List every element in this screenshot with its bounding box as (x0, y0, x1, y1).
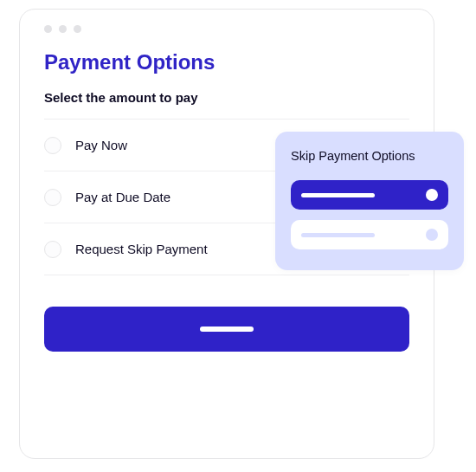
toggle-dot-icon (426, 229, 438, 241)
option-label: Pay Now (75, 138, 127, 152)
radio-icon[interactable] (44, 137, 61, 154)
dot-icon (74, 25, 81, 33)
dot-icon (44, 25, 52, 33)
option-label: Pay at Due Date (75, 190, 170, 204)
dot-icon (59, 25, 67, 33)
skip-popup: Skip Payment Options (275, 132, 464, 270)
toggle-line-icon (301, 193, 375, 197)
submit-button[interactable] (44, 307, 409, 352)
page-subtitle: Select the amount to pay (44, 90, 409, 105)
skip-option-toggle-inactive[interactable] (291, 220, 448, 249)
popup-title: Skip Payment Options (291, 149, 448, 163)
option-label: Request Skip Payment (75, 242, 208, 256)
radio-icon[interactable] (44, 241, 61, 258)
toggle-dot-icon (426, 189, 438, 201)
toggle-line-icon (301, 233, 375, 237)
radio-icon[interactable] (44, 189, 61, 206)
skip-option-toggle-active[interactable] (291, 180, 448, 210)
page-title: Payment Options (44, 50, 409, 74)
window-controls (44, 25, 409, 33)
